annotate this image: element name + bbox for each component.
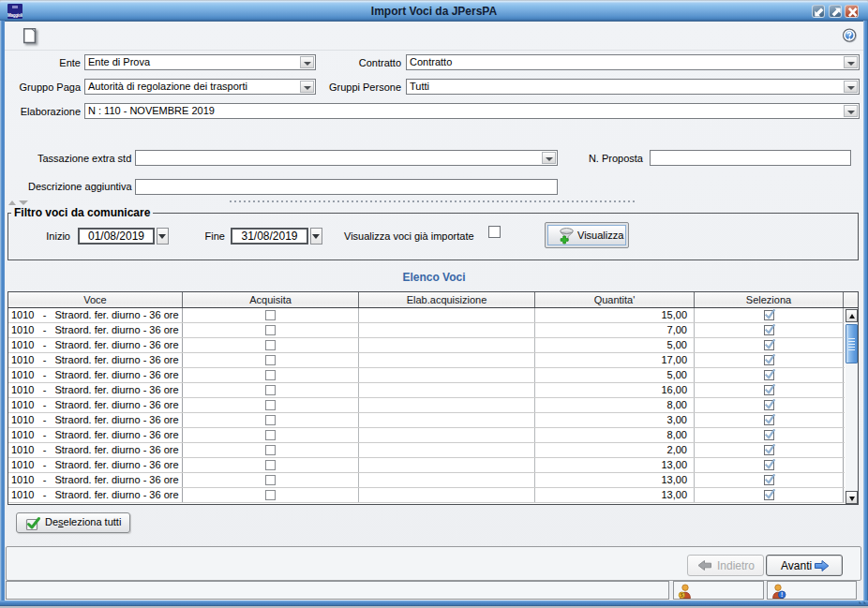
svg-text:!: ! (781, 591, 783, 598)
svg-text:$: $ (681, 592, 683, 598)
